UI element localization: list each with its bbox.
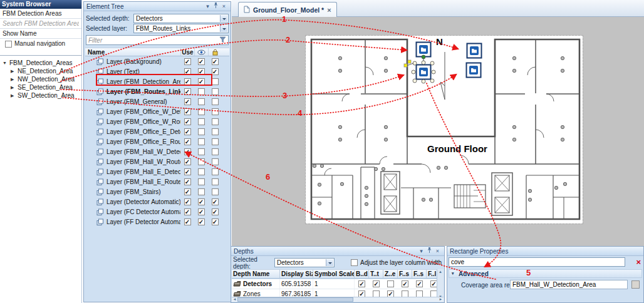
depth-checkbox[interactable] [387,280,394,287]
tab-close-icon[interactable]: × [327,6,331,14]
scale-factor-cell[interactable]: 1 [313,279,355,289]
link-symbol-ne[interactable] [467,44,482,58]
tree-item-ne_detection_area[interactable]: ▶NE_Detection_Area [3,67,81,75]
layer-visible-checkbox[interactable]: ✓ [198,208,205,215]
layer-visible-checkbox[interactable] [198,88,205,95]
tree-item-sw_detection_area[interactable]: ▶SW_Detection_Area [3,91,81,100]
chevron-down-icon[interactable] [326,259,333,266]
layer-row[interactable]: Layer (Detector Automatic)✓✓✓ [85,197,229,207]
layer-locked-checkbox[interactable] [212,108,219,115]
column-name[interactable]: Name [88,49,180,56]
layer-locked-checkbox[interactable] [212,148,219,155]
depth-checkbox[interactable]: ✓ [416,280,423,287]
layer-use[interactable]: ✓ [184,218,191,225]
layer-use[interactable]: ✓ [184,68,191,75]
close-icon[interactable]: × [434,247,442,255]
layer-use[interactable]: ✓ [184,158,191,165]
depths-column-header[interactable]: T..t [369,270,383,278]
layer-locked-checkbox[interactable] [212,168,219,175]
layer-use[interactable]: ✓ [184,178,191,185]
chevron-down-icon[interactable] [220,25,227,32]
coverage-area-input[interactable] [510,280,628,289]
depth-checkbox[interactable]: ✓ [402,280,408,287]
depths-depth-combobox[interactable]: Detectors [274,258,335,267]
scroll-right-icon[interactable]: ► [438,297,444,302]
tab-ground-floor-model[interactable]: Ground_Floor_Model * × [238,2,337,17]
layer-row[interactable]: Layer (FBM_Hall_W_Detection_Area)✓ [85,146,229,157]
properties-filter-input[interactable] [449,257,625,267]
depths-horizontal-scrollbar[interactable]: ◄ ► [232,297,444,302]
layer-use[interactable]: ✓ [184,198,191,205]
coverage-browse-button[interactable] [631,280,640,289]
pin-icon[interactable] [212,2,220,11]
tree-item-se_detection_area[interactable]: ▶SE_Detection_Area [3,83,81,91]
depths-row[interactable]: Detectors605.913581✓✓✓✓✓ [232,279,438,289]
layer-row[interactable]: Layer (Text)✓✓✓ [85,66,229,76]
layer-use[interactable]: ✓ [184,78,191,85]
depths-column-header[interactable]: Symbol Scale Factor [313,270,355,278]
expand-icon[interactable]: ▶ [11,91,16,100]
expander-icon[interactable]: ▾ [452,271,457,276]
link-symbol-nw[interactable] [417,43,431,57]
layer-row[interactable]: Layer (Background)✓✓✓ [85,56,229,66]
layer-use[interactable]: ✓ [184,58,191,65]
depth-checkbox[interactable]: ✓ [358,280,365,287]
layer-locked-checkbox[interactable] [212,118,219,125]
scroll-up-icon[interactable]: ▲ [439,270,442,274]
layer-locked-checkbox[interactable]: ✓ [212,58,219,65]
layer-locked-checkbox[interactable]: ✓ [212,198,219,205]
layer-row[interactable]: Layer (FBM_Office_E_Route_01)✓ [85,136,229,146]
selected-depth-combobox[interactable]: Detectors [133,14,229,23]
layer-visible-checkbox[interactable] [198,168,205,175]
layer-visible-checkbox[interactable]: ✓ [198,78,205,85]
layer-locked-checkbox[interactable] [212,88,219,95]
layer-locked-checkbox[interactable] [212,128,219,135]
close-icon[interactable]: × [220,3,228,11]
layer-visible-checkbox[interactable] [198,118,205,125]
adjust-column-width-checkbox[interactable] [351,259,358,266]
selected-layer-combobox[interactable]: FBM_Routes_Links [133,24,229,33]
chevron-down-icon[interactable] [220,15,227,22]
layer-visible-checkbox[interactable] [198,148,205,155]
lock-icon[interactable] [208,48,222,56]
layer-locked-checkbox[interactable] [212,78,219,85]
link-symbol-se[interactable] [467,63,481,78]
layer-visible-checkbox[interactable] [198,138,205,145]
depths-column-header[interactable]: Depth Name [232,270,280,278]
layer-row[interactable]: Layer (FBM_Routes_Links)✓ [85,86,229,96]
tree-item-nw_detection_area[interactable]: ▶NW_Detection_Area [3,75,81,83]
layer-use[interactable]: ✓ [184,168,191,175]
layer-visible-checkbox[interactable] [198,108,205,115]
layer-locked-checkbox[interactable]: ✓ [212,208,219,215]
clear-filter-icon[interactable]: × [636,257,641,267]
layer-visible-checkbox[interactable]: ✓ [198,58,205,65]
expand-icon[interactable]: ▶ [11,75,16,83]
layer-visible-checkbox[interactable]: ✓ [198,68,205,75]
layer-row[interactable]: Layer (FC Detector Automatic)✓✓✓ [85,207,229,217]
layer-visible-checkbox[interactable]: ✓ [198,198,205,205]
layer-locked-checkbox[interactable] [212,188,219,195]
advanced-section-header[interactable]: ▾ Advanced [449,269,642,278]
layer-row[interactable]: Layer (FBM_Detection_Areas_Links)✓✓ [85,76,229,86]
menu-icon[interactable]: ▾ [204,3,212,11]
display-size-cell[interactable]: 605.91358 [280,279,313,289]
layer-row[interactable]: Layer (FBM_Hall_E_Route_01)✓ [85,177,229,187]
manual-navigation-checkbox[interactable] [5,41,12,48]
layer-use[interactable]: ✓ [184,208,191,215]
layer-row[interactable]: Layer (FBM_General)✓ [85,96,229,106]
scroll-left-icon[interactable]: ◄ [232,297,237,302]
link-symbol-selected[interactable] [417,65,431,80]
depths-column-header[interactable]: F..s [412,270,427,278]
layer-locked-checkbox[interactable]: ✓ [212,218,219,225]
layer-locked-checkbox[interactable] [212,98,219,105]
layer-row[interactable]: Layer (FBM_Office_W_Detection_Area)✓ [85,106,229,116]
layer-row[interactable]: Layer (FF Detector Automatic)✓✓✓ [85,217,229,227]
depths-column-header[interactable]: B..d [355,270,369,278]
layer-use[interactable]: ✓ [184,98,191,105]
expand-icon[interactable]: ▶ [11,67,16,75]
sidebar-search-input[interactable] [3,19,79,28]
detection-areas-header[interactable]: FBM Detection Areas [0,9,81,19]
depths-column-header[interactable]: Display Size [280,270,313,278]
layer-visible-checkbox[interactable] [198,128,205,135]
tree-item-root[interactable]: ▼ FBM_Detection_Areas [3,59,81,67]
